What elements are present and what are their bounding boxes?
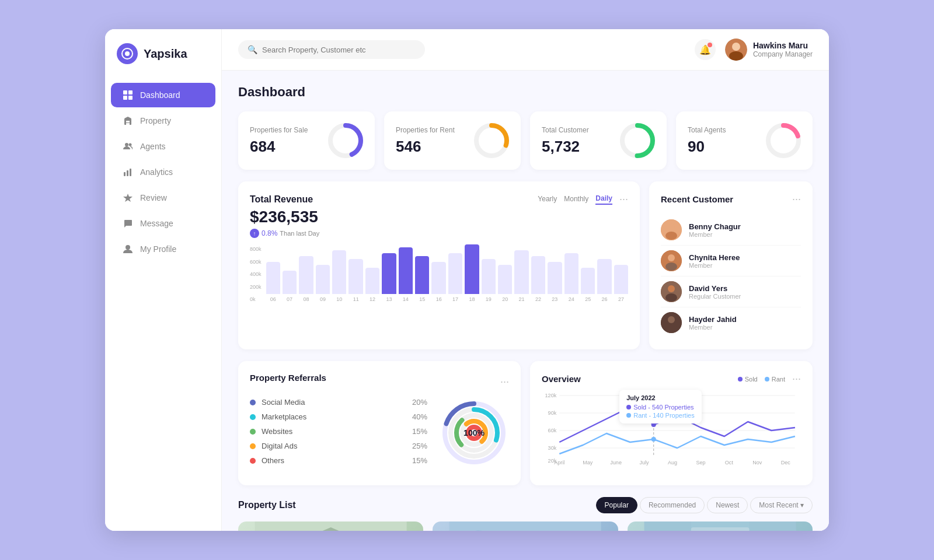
svg-text:90k: 90k [548,410,557,416]
bar-chart-area: 800k600k400k200k0k 060708091011121314151… [250,246,628,304]
svg-rect-94 [691,527,749,531]
ref-dot-4 [250,458,256,464]
referrals-more[interactable]: ··· [500,376,509,388]
bar [597,259,611,294]
ref-pct-3: 25% [412,442,427,450]
property-list-header: Property List PopularRecommendedNewestMo… [238,497,813,513]
customer-role-1: Member [689,262,740,269]
bar-wrapper: 11 [348,259,363,302]
ref-pct-4: 15% [412,456,427,465]
page-title: Dashboard [238,85,813,100]
stat-info-2: Total Customer 5,732 [542,126,589,156]
svg-point-37 [668,285,675,292]
ref-dot-0 [250,400,256,405]
sidebar-item-dashboard[interactable]: Dashboard [111,83,215,107]
y-axis-labels: 800k600k400k200k0k [250,246,266,304]
sidebar-item-review[interactable]: Review [111,186,215,210]
bar-wrapper: 19 [482,259,496,302]
bar-label: 08 [304,296,309,302]
bar-wrapper: 25 [581,268,595,302]
property-tab-recommended[interactable]: Recommended [640,497,705,513]
app-name: Yapsika [144,47,187,61]
svg-rect-9 [126,123,128,125]
recent-customers-header: Recent Customer ··· [661,193,801,205]
bar-label: 13 [386,296,392,302]
sidebar-item-my-profile[interactable]: My Profile [111,237,215,261]
bar-wrapper: 22 [531,256,545,302]
bar [581,268,595,294]
legend-item-0: Sold [738,376,758,383]
bar [332,250,346,294]
stat-label-3: Total Agents [688,126,726,134]
overview-more[interactable]: ··· [792,373,801,385]
referrals-content: Social Media 20% Marketplaces 40% Websit… [250,398,509,471]
stat-donut-1 [474,123,509,158]
revenue-amount: $236,535 [250,208,628,226]
search-input[interactable] [262,46,416,54]
search-icon: 🔍 [248,45,257,54]
customer-name-0: Benny Chagur [689,222,741,231]
stat-info-1: Properties for Rent 546 [396,126,455,156]
bar-label: 12 [370,296,375,302]
svg-rect-2 [123,90,127,94]
property-card-2[interactable] [433,522,618,531]
recent-more[interactable]: ··· [792,193,801,205]
bar [548,262,562,294]
customer-item-3: Hayder Jahid Member [661,307,801,338]
stat-card-3: Total Agents 90 [676,111,813,170]
bar [299,256,313,294]
middle-row: Total Revenue YearlyMonthlyDaily ··· $23… [238,181,813,349]
bottom-row: Property Referrals ··· Social Media 20% … [238,361,813,485]
svg-marker-11 [124,117,131,118]
bar-label: 27 [618,296,624,302]
svg-point-12 [125,143,128,146]
property-card-1[interactable] [238,522,423,531]
sidebar-item-property[interactable]: Property [111,108,215,133]
users-icon [123,141,133,152]
svg-point-32 [665,232,677,240]
svg-rect-108 [749,522,796,531]
property-list-tabs: PopularRecommendedNewestMost Recent ▾ [596,497,813,513]
bar-label: 07 [287,296,292,302]
notification-button[interactable]: 🔔 [695,39,716,60]
svg-point-34 [668,254,675,261]
bar [431,262,445,294]
overview-chart-container: July 2022 Sold - 540 Properties Rant - 1… [542,390,801,474]
svg-text:30k: 30k [548,445,557,451]
sidebar-item-analytics[interactable]: Analytics [111,160,215,184]
sidebar-item-agents[interactable]: Agents [111,134,215,159]
property-tab-popular[interactable]: Popular [596,497,637,513]
svg-text:July: July [640,460,650,466]
bar-wrapper: 13 [382,253,396,302]
revenue-more[interactable]: ··· [619,193,628,205]
svg-text:Nov: Nov [752,460,762,466]
revenue-change: ↑ 0.8% Than last Day [250,229,628,238]
svg-rect-4 [123,96,127,100]
svg-rect-15 [127,170,128,176]
customer-avatar-3 [661,312,682,333]
sidebar-item-message[interactable]: Message [111,211,215,236]
svg-rect-8 [128,121,130,123]
svg-marker-17 [123,194,133,202]
grid-icon [123,90,133,100]
property-tab-newest[interactable]: Newest [707,497,748,513]
building-icon [123,116,133,126]
bar-wrapper: 26 [597,259,611,302]
revenue-tab-daily[interactable]: Daily [595,194,612,205]
change-label: Than last Day [280,230,319,237]
bar [448,253,462,294]
property-tab-most-recent[interactable]: Most Recent ▾ [750,497,813,513]
svg-rect-14 [124,172,126,176]
search-bar[interactable]: 🔍 [238,40,425,59]
overview-card: Overview SoldRant ··· July 2022 Sold - [530,361,813,485]
revenue-tab-yearly[interactable]: Yearly [538,195,557,204]
stat-donut-0 [328,123,363,158]
property-card-3[interactable] [628,522,813,531]
revenue-tab-monthly[interactable]: Monthly [564,195,588,204]
y-label: 0k [250,296,262,302]
svg-rect-5 [128,96,133,100]
y-label: 400k [250,271,262,277]
bar [614,265,628,294]
bar-label: 24 [569,296,574,302]
svg-point-20 [732,43,740,51]
